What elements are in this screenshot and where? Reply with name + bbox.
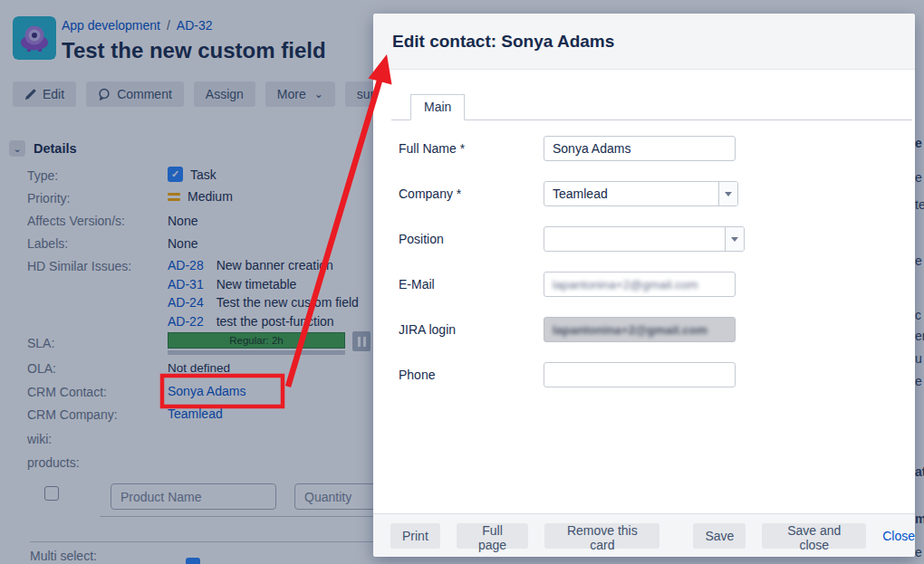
- position-label: Position: [399, 232, 544, 246]
- company-dropdown-button[interactable]: [718, 182, 737, 206]
- position-dropdown-button[interactable]: [725, 227, 744, 251]
- jira-login-label: JIRA login: [399, 322, 544, 337]
- tab-main[interactable]: Main: [410, 94, 465, 120]
- chevron-down-icon: [731, 237, 738, 242]
- jira-login-value-blurred: lapantonina+2@gmail.com: [553, 323, 707, 337]
- remove-card-button[interactable]: Remove this card: [544, 523, 659, 549]
- dialog-body: Main Full Name * Company * Teamlead Posi…: [373, 70, 915, 513]
- edit-contact-dialog: Edit contact: Sonya Adams Main Full Name…: [373, 14, 915, 557]
- position-select-value: [544, 227, 725, 251]
- dialog-title: Edit contact: Sonya Adams: [392, 32, 614, 52]
- phone-field[interactable]: [544, 362, 736, 387]
- dialog-footer: Print Full page Remove this card Save Sa…: [373, 513, 915, 557]
- form-row: Full Name *: [399, 136, 915, 161]
- full-page-button[interactable]: Full page: [457, 523, 528, 549]
- print-button[interactable]: Print: [390, 523, 440, 549]
- company-label: Company *: [399, 186, 544, 201]
- form-row: JIRA login lapantonina+2@gmail.com: [399, 317, 915, 342]
- form-row: Position: [399, 226, 915, 252]
- full-name-field[interactable]: [544, 136, 736, 161]
- close-button[interactable]: Close: [882, 529, 915, 543]
- chevron-down-icon: [725, 192, 732, 196]
- save-and-close-button[interactable]: Save and close: [762, 523, 866, 549]
- form-row: E-Mail lapantonina+2@gmail.com: [399, 272, 915, 297]
- email-value-blurred: lapantonina+2@gmail.com: [553, 278, 698, 292]
- email-label: E-Mail: [399, 277, 544, 292]
- company-select-value: Teamlead: [544, 182, 718, 206]
- email-field[interactable]: lapantonina+2@gmail.com: [544, 272, 736, 297]
- jira-login-field: lapantonina+2@gmail.com: [544, 317, 736, 342]
- phone-label: Phone: [399, 368, 544, 382]
- dialog-header: Edit contact: Sonya Adams: [373, 14, 915, 70]
- company-select[interactable]: Teamlead: [544, 181, 738, 206]
- tab-bar: Main: [391, 94, 912, 120]
- contact-form: Full Name * Company * Teamlead Position …: [373, 136, 915, 387]
- form-row: Company * Teamlead: [399, 181, 915, 206]
- save-button[interactable]: Save: [693, 523, 746, 549]
- full-name-label: Full Name *: [399, 141, 544, 156]
- form-row: Phone: [399, 362, 915, 387]
- position-select[interactable]: [544, 226, 745, 252]
